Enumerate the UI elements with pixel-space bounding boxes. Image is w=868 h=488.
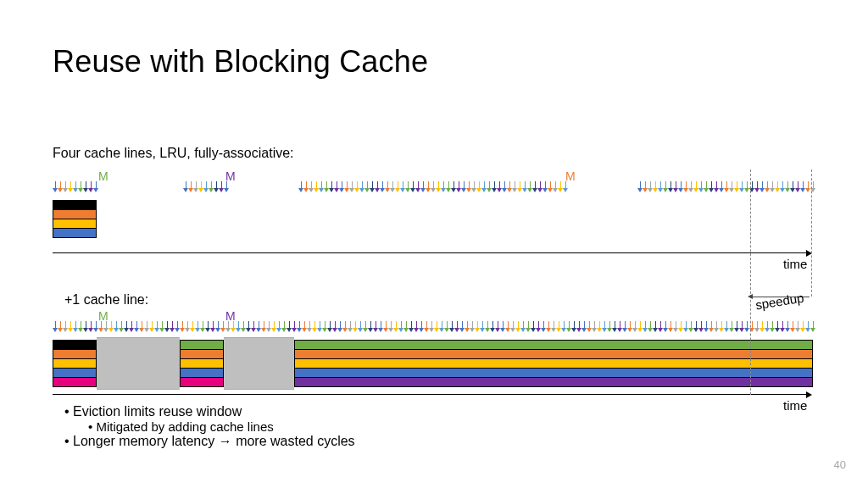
bullet-list: Eviction limits reuse windowMitigated by… <box>64 404 355 449</box>
speedup-label: speedup <box>754 291 805 313</box>
timeline-axis <box>53 394 807 395</box>
bullet-item: Mitigated by adding cache lines <box>64 419 355 434</box>
access-arrow <box>93 181 98 192</box>
cache-bar-segment <box>294 377 813 387</box>
page-number: 40 <box>834 458 846 471</box>
time-label: time <box>783 398 807 413</box>
cache-line <box>53 228 97 238</box>
slide-title: Reuse with Blocking Cache <box>53 44 428 80</box>
cache-bar-segment <box>53 377 97 387</box>
bullet-item: Longer memory latency → more wasted cycl… <box>64 434 355 449</box>
diagram1-subtitle: Four cache lines, LRU, fully-associative… <box>53 146 294 161</box>
stall-overlay <box>224 337 294 390</box>
time-align-marker-right <box>811 169 812 297</box>
bullet-item: Eviction limits reuse window <box>64 404 355 419</box>
access-arrow <box>224 181 229 192</box>
miss-marker: M <box>98 169 108 183</box>
time-label: time <box>783 257 807 271</box>
access-arrow <box>563 181 568 192</box>
diagram2-subtitle: +1 cache line: <box>64 292 148 308</box>
cache-stack <box>53 200 97 237</box>
cache-bar-segment <box>180 377 224 387</box>
time-align-marker-left <box>750 169 751 395</box>
timeline-axis <box>53 252 807 253</box>
stall-overlay <box>97 337 180 390</box>
access-arrow <box>810 321 815 332</box>
